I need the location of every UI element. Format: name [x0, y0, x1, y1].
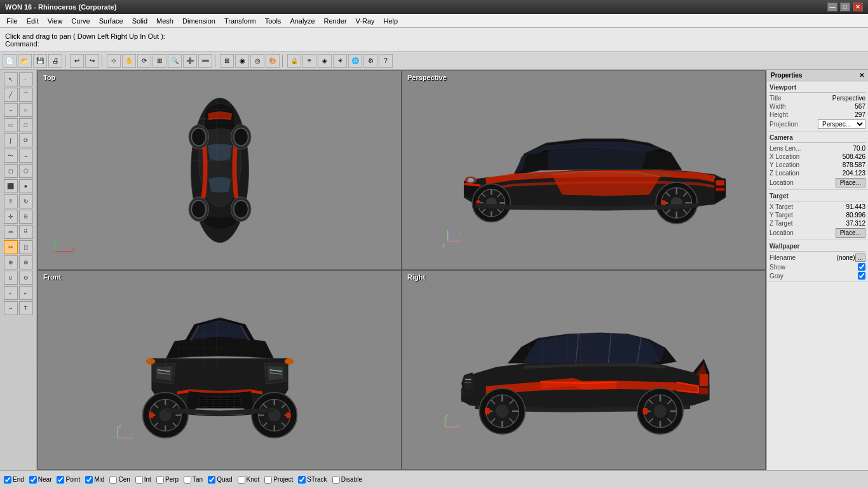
- copy-tool[interactable]: ⎘: [19, 210, 33, 224]
- snap-mid-checkbox[interactable]: [85, 476, 93, 484]
- circle-tool[interactable]: ○: [19, 103, 33, 117]
- close-button[interactable]: ✕: [853, 3, 863, 11]
- settings-button[interactable]: ⚙: [363, 54, 377, 68]
- menu-analyze[interactable]: Analyze: [286, 16, 318, 26]
- save-button[interactable]: 💾: [33, 54, 47, 68]
- show-checkbox[interactable]: [858, 263, 865, 271]
- snap-int-checkbox[interactable]: [135, 476, 143, 484]
- menu-curve[interactable]: Curve: [67, 16, 93, 26]
- array-tool[interactable]: ⠿: [19, 225, 33, 239]
- gray-checkbox[interactable]: [858, 272, 865, 280]
- wire-button[interactable]: ◎: [250, 54, 264, 68]
- viewport-top[interactable]: Top: [37, 71, 402, 270]
- polyline-tool[interactable]: ⌒: [19, 88, 33, 102]
- camera-place-button[interactable]: Place...: [836, 178, 865, 187]
- dimension-tool[interactable]: ↔: [4, 301, 18, 315]
- undo-button[interactable]: ↩: [70, 54, 84, 68]
- menu-vray[interactable]: V-Ray: [352, 16, 379, 26]
- render-button[interactable]: 🎨: [266, 54, 280, 68]
- boolean-diff-tool[interactable]: ⊖: [19, 271, 33, 285]
- snap-knot-checkbox[interactable]: [238, 476, 245, 484]
- maximize-button[interactable]: □: [840, 3, 850, 11]
- redo-button[interactable]: ↪: [85, 54, 99, 68]
- properties-close-icon[interactable]: ✕: [859, 72, 864, 79]
- nurbs-tool[interactable]: ⬡: [19, 164, 33, 178]
- boolean-union-tool[interactable]: ∪: [4, 271, 18, 285]
- menu-render[interactable]: Render: [320, 16, 351, 26]
- snap-button[interactable]: 🔒: [287, 54, 301, 68]
- surface-tool[interactable]: ◻: [4, 164, 18, 178]
- menu-tools[interactable]: Tools: [261, 16, 285, 26]
- menu-mesh[interactable]: Mesh: [153, 16, 177, 26]
- menu-edit[interactable]: Edit: [23, 16, 43, 26]
- pan-button[interactable]: ✋: [122, 54, 136, 68]
- ellipse-tool[interactable]: ⬭: [4, 118, 18, 132]
- zoom-in-button[interactable]: ➕: [183, 54, 197, 68]
- menu-view[interactable]: View: [44, 16, 67, 26]
- viewport-perspective[interactable]: Perspective: [402, 71, 766, 270]
- line-tool[interactable]: ╱: [4, 88, 18, 102]
- material-button[interactable]: ◈: [318, 54, 332, 68]
- snap-end-checkbox[interactable]: [4, 476, 11, 484]
- arc-tool[interactable]: ⌢: [4, 103, 18, 117]
- chamfer-tool[interactable]: ⌐: [19, 286, 33, 300]
- menu-file[interactable]: File: [3, 16, 22, 26]
- helix-tool[interactable]: ⟳: [19, 133, 33, 147]
- menu-surface[interactable]: Surface: [95, 16, 127, 26]
- new-button[interactable]: 📄: [3, 54, 17, 68]
- rotate-button[interactable]: ⟳: [137, 54, 151, 68]
- snap-quad-checkbox[interactable]: [208, 476, 215, 484]
- viewport-right[interactable]: Right: [402, 270, 766, 470]
- environment-button[interactable]: 🌐: [348, 54, 362, 68]
- svg-rect-135: [642, 408, 648, 414]
- help-toolbar-button[interactable]: ?: [379, 54, 393, 68]
- zoom-window-button[interactable]: 🔍: [168, 54, 182, 68]
- zoom-out-button[interactable]: ➖: [198, 54, 212, 68]
- text-tool[interactable]: T: [19, 301, 33, 315]
- open-button[interactable]: 📂: [18, 54, 32, 68]
- solid-sphere-tool[interactable]: ●: [19, 179, 33, 193]
- solid-box-tool[interactable]: ⬛: [4, 179, 18, 193]
- camera-section: Camera Lens Len... 70.0 X Location 508.4…: [767, 132, 868, 190]
- trim-tool[interactable]: ✂: [4, 240, 18, 254]
- extrude-tool[interactable]: ⇑: [4, 194, 18, 208]
- select-button[interactable]: ⊹: [107, 54, 121, 68]
- rect-tool[interactable]: □: [19, 118, 33, 132]
- viewport-layout-button[interactable]: ⊞: [220, 54, 234, 68]
- menu-help[interactable]: Help: [380, 16, 402, 26]
- snap-cen-checkbox[interactable]: [109, 476, 117, 484]
- move-tool[interactable]: ✛: [4, 210, 18, 224]
- select-tool[interactable]: ↖: [4, 72, 18, 86]
- snap-near-checkbox[interactable]: [29, 476, 37, 484]
- snap-strack-checkbox[interactable]: [298, 476, 306, 484]
- layer-button[interactable]: ≡: [302, 54, 316, 68]
- snap-disable-checkbox[interactable]: [332, 476, 340, 484]
- light-button[interactable]: ☀: [333, 54, 347, 68]
- spline-tool[interactable]: ∫: [4, 133, 18, 147]
- print-button[interactable]: 🖨: [48, 54, 62, 68]
- shading-button[interactable]: ◉: [235, 54, 249, 68]
- revolve-tool[interactable]: ↻: [19, 194, 33, 208]
- mirror-tool[interactable]: ⇔: [4, 225, 18, 239]
- menu-dimension[interactable]: Dimension: [179, 16, 219, 26]
- blend-tool[interactable]: ⌣: [19, 149, 33, 163]
- target-place-button[interactable]: Place...: [836, 228, 865, 238]
- viewport-front[interactable]: Front: [37, 270, 402, 470]
- snap-project-checkbox[interactable]: [264, 476, 272, 484]
- menu-transform[interactable]: Transform: [220, 16, 260, 26]
- snap-perp-checkbox[interactable]: [156, 476, 164, 484]
- freeform-tool[interactable]: 〜: [4, 149, 18, 163]
- zoom-extents-button[interactable]: ⊞: [153, 54, 166, 68]
- explode-tool[interactable]: ⊗: [19, 255, 33, 269]
- point-tool[interactable]: ·: [19, 72, 33, 86]
- snap-tan-checkbox[interactable]: [184, 476, 191, 484]
- split-tool[interactable]: ⌸: [19, 240, 33, 254]
- snap-point-checkbox[interactable]: [57, 476, 64, 484]
- minimize-button[interactable]: —: [827, 3, 837, 11]
- fillet-tool[interactable]: ⌐: [4, 286, 18, 300]
- projection-dropdown[interactable]: Perspec... Parallel Top Front Right: [818, 119, 865, 129]
- join-tool[interactable]: ⊕: [4, 255, 18, 269]
- menu-solid[interactable]: Solid: [128, 16, 151, 26]
- svg-text:y: y: [442, 242, 445, 248]
- wallpaper-browse-button[interactable]: ...: [855, 254, 865, 262]
